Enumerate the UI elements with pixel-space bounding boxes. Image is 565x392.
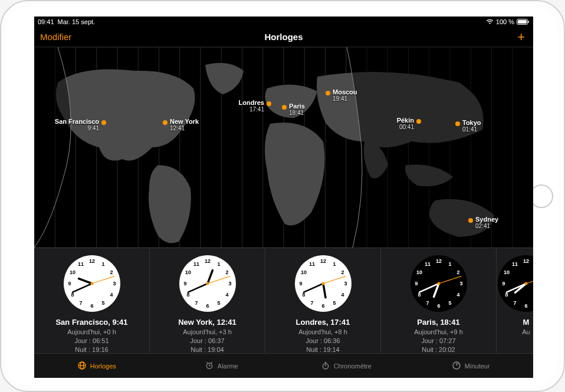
globe-icon [77,361,87,371]
map-city-label: Tokyo01:41 [462,119,481,133]
clock-face: 123456789101112 [178,254,237,313]
svg-text:4: 4 [456,292,459,298]
map-city-time: 02:41 [475,223,498,229]
map-city-label: Pékin00:41 [397,117,414,130]
tab-globe[interactable]: Horloges [34,354,159,378]
svg-text:9: 9 [183,281,186,286]
svg-text:3: 3 [228,281,231,286]
clock-city: San Francisco [55,318,108,327]
map-city-time: 19:41 [333,95,357,102]
svg-text:2: 2 [456,269,459,275]
add-clock-button[interactable]: + [517,31,525,44]
clock-title: New York, 12:41 [178,318,236,327]
svg-text:6: 6 [524,303,527,309]
svg-point-46 [90,282,93,285]
map-svg [34,47,533,248]
svg-text:4: 4 [341,292,344,298]
clock-offset: Aujourd'hui, +3 h [183,328,232,337]
screen: 09:41 Mar. 15 sept. 100 % Modifier Horlo… [34,17,533,378]
svg-text:12: 12 [88,258,94,264]
clock-details: Aujourd'hui, +3 hJour : 06:37Nuit : 19:0… [183,328,232,353]
svg-text:5: 5 [217,300,220,306]
svg-text:10: 10 [416,269,422,275]
clock-offset: Au [522,328,530,337]
svg-text:6: 6 [437,303,440,309]
clock-offset: Aujourd'hui, +9 h [414,328,463,337]
ipad-device: 09:41 Mar. 15 sept. 100 % Modifier Horlo… [0,0,565,392]
map-city-dot [468,218,473,223]
clock-city: M [523,318,530,327]
tab-alarm[interactable]: Alarme [159,354,284,378]
tab-label: Alarme [218,363,238,370]
timer-icon [452,361,461,371]
wifi-icon [486,19,494,25]
clock-title: Paris, 18:41 [417,318,459,327]
tab-label: Horloges [90,363,116,370]
map-city-time: 12:41 [170,125,199,131]
svg-text:7: 7 [513,300,516,306]
map-city-name: San Francisco [55,118,99,125]
map-city-label: Sydney02:41 [475,216,498,229]
clock-details: Au [522,328,530,337]
map-city-time: 17:41 [239,106,264,113]
world-map[interactable]: San Francisco9:41New York12:41Londres17:… [34,47,533,248]
svg-text:3: 3 [459,281,462,286]
tab-timer[interactable]: Minuteur [409,354,534,378]
edit-button[interactable]: Modifier [40,32,71,42]
svg-text:12: 12 [435,258,441,264]
svg-text:2: 2 [341,269,344,275]
clock-list[interactable]: 123456789101112San Francisco, 9:41Aujour… [34,248,533,353]
clock-title: M [523,318,530,327]
clock-card[interactable]: 123456789101112Londres, 17:41Aujourd'hui… [265,248,381,353]
clock-card[interactable]: 123456789101112MAu [497,248,533,353]
tab-stopwatch[interactable]: Chronomètre [284,354,409,378]
battery-icon [517,19,530,25]
map-city-dot [101,120,106,125]
map-city-label: Moscou19:41 [333,88,357,102]
clock-sunrise: Jour : 07:27 [414,337,463,345]
clock-face: 123456789101112 [63,254,121,313]
svg-text:1: 1 [217,261,220,267]
clock-time: 12:41 [217,318,236,327]
svg-line-121 [206,362,208,363]
svg-text:7: 7 [426,300,429,306]
svg-text:11: 11 [424,261,430,267]
map-city-time: 18:41 [289,110,305,116]
clock-city: New York [178,318,212,327]
svg-text:11: 11 [77,261,83,267]
svg-text:10: 10 [70,269,75,275]
clock-offset: Aujourd'hui, +8 h [298,328,347,337]
status-time: 09:41 [38,18,54,25]
svg-text:4: 4 [110,292,113,298]
svg-text:9: 9 [502,281,505,286]
svg-text:12: 12 [204,258,210,264]
svg-text:1: 1 [448,261,451,267]
svg-text:6: 6 [206,303,209,309]
clock-sunset: Nuit : 20:02 [414,345,463,353]
svg-text:7: 7 [195,300,198,306]
svg-text:11: 11 [193,261,199,267]
map-city-dot [267,101,271,106]
nav-bar: Modifier Horloges + [34,27,533,47]
clock-time: 17:41 [330,318,350,327]
clock-card[interactable]: 123456789101112San Francisco, 9:41Aujour… [34,248,150,353]
home-button[interactable] [530,185,553,208]
svg-point-63 [206,282,209,285]
clock-time: 9:41 [113,318,128,327]
clock-card[interactable]: 123456789101112Paris, 18:41Aujourd'hui, … [381,248,497,353]
map-city-name: Sydney [475,216,498,223]
svg-point-97 [437,282,440,285]
svg-text:11: 11 [308,261,314,267]
map-city-dot [416,119,421,124]
svg-text:5: 5 [101,300,104,306]
svg-text:7: 7 [310,300,313,306]
svg-point-80 [321,282,324,285]
clock-sunset: Nuit : 19:16 [67,345,116,353]
map-city-label: New York12:41 [170,118,199,131]
clock-card[interactable]: 123456789101112New York, 12:41Aujourd'hu… [150,248,265,353]
battery-percent: 100 % [496,18,514,25]
clock-city: Paris [417,318,436,327]
clock-time: 18:41 [440,318,459,327]
map-city-name: New York [170,118,199,125]
stopwatch-icon [321,361,330,371]
